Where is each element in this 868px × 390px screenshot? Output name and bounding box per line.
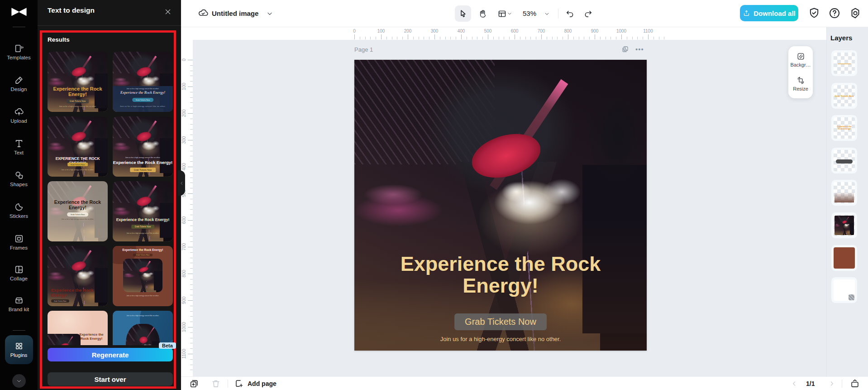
- download-icon: [743, 10, 750, 17]
- layer-gradient-overlay[interactable]: [831, 179, 858, 206]
- zoom-level[interactable]: 53%: [523, 10, 536, 17]
- panel-collapse-handle[interactable]: [178, 170, 185, 196]
- horizontal-ruler: 0 100 200 300 400 500 600 700 800 900 10…: [181, 27, 826, 40]
- result-thumbnail-10[interactable]: Join us for a high-energy concert like n…: [113, 311, 173, 345]
- layer-color-fill[interactable]: [831, 245, 858, 271]
- present-fullscreen-icon[interactable]: [850, 379, 860, 389]
- results-heading: Results: [48, 36, 70, 43]
- brand-kit-icon: [14, 295, 24, 305]
- design-cta-button[interactable]: Grab Tickets Now: [454, 313, 547, 330]
- privacy-shield-icon[interactable]: [808, 7, 820, 19]
- redo-button[interactable]: [581, 5, 595, 22]
- sidebar-item-templates[interactable]: Templates: [0, 43, 38, 61]
- thumb-caption: Join us for a high-energy concert like n…: [113, 295, 173, 297]
- thumb-button: Grab Tickets Now: [131, 225, 155, 229]
- sidebar-item-text[interactable]: Text: [0, 139, 38, 156]
- result-thumbnail-5[interactable]: Experience the Rock Energy! Grab Tickets…: [48, 181, 108, 241]
- thumb-title: Experience the Rock Energy!: [48, 86, 108, 97]
- select-tool-button[interactable]: [455, 5, 471, 22]
- result-thumbnail-7[interactable]: Experience the Rock Energy! Grab Tickets…: [48, 246, 108, 306]
- duplicate-design-icon[interactable]: [189, 379, 199, 389]
- start-over-button[interactable]: Start over: [48, 372, 173, 386]
- design-subtitle-text[interactable]: Join us for a high-energy concert like n…: [354, 336, 647, 342]
- page-more-icon[interactable]: •••: [635, 46, 644, 53]
- sidebar-item-design[interactable]: Design: [0, 75, 38, 92]
- result-thumbnail-1[interactable]: Experience the Rock Energy! Grab Tickets…: [48, 52, 108, 112]
- cursor-icon: [458, 9, 468, 19]
- design-title-text[interactable]: Experience the Rock Energy!: [366, 253, 635, 297]
- layer-button-text[interactable]: Grab Tickets Now: [831, 82, 858, 109]
- thumb-title: Experience the Rock Energy!: [48, 199, 108, 210]
- layer-photo[interactable]: [831, 212, 858, 239]
- background-button[interactable]: Backgr…: [788, 52, 813, 67]
- layer-background[interactable]: [831, 277, 858, 303]
- result-thumbnail-4[interactable]: Join us for a high-energy concert like n…: [113, 116, 173, 177]
- design-icon: [14, 75, 24, 85]
- sidebar-item-brand-kit[interactable]: Brand kit: [0, 295, 38, 313]
- layer-title-text[interactable]: Experience the Rock Energy!: [831, 115, 858, 141]
- result-thumbnail-9[interactable]: Experience the Rock Energy!: [48, 311, 108, 345]
- regenerate-button[interactable]: Regenerate: [48, 348, 173, 361]
- sidebar-item-label: Templates: [7, 55, 30, 61]
- sidebar-item-stickers[interactable]: Stickers: [0, 202, 38, 219]
- sidebar-item-upload[interactable]: Upload: [0, 107, 38, 124]
- concert-photo: [48, 334, 81, 345]
- layers-panel: Layers Grab Tickets Now Experience the R…: [826, 27, 868, 376]
- settings-gear-icon[interactable]: [849, 7, 862, 19]
- sidebar-item-plugins[interactable]: Plugins: [5, 335, 33, 364]
- thumb-button: Grab Tickets Now: [133, 254, 153, 256]
- download-all-button[interactable]: Download all: [740, 5, 798, 21]
- add-page-button[interactable]: Add page: [234, 379, 277, 388]
- thumb-title: Experience the Rock Energy!: [113, 217, 173, 222]
- hand-tool-button[interactable]: [474, 5, 491, 22]
- sidebar-item-label: Stickers: [10, 213, 28, 219]
- undo-button[interactable]: [563, 5, 577, 22]
- shapes-icon: [14, 170, 24, 180]
- thumb-button: Grab Tickets Now: [67, 212, 89, 217]
- thumb-title: Experience the Rock Energy!: [113, 90, 173, 95]
- chevron-down-icon[interactable]: [266, 10, 273, 17]
- thumb-button: Grab Tickets Now: [132, 98, 154, 102]
- frames-icon: [14, 234, 24, 244]
- vertical-ruler: 0 100 200 300 400 500 600 700 800 900 10…: [181, 40, 193, 376]
- result-thumbnail-6[interactable]: Experience the Rock Energy! Grab Tickets…: [113, 181, 173, 241]
- result-thumbnail-8[interactable]: Experience the Rock Energy! Grab Tickets…: [113, 246, 173, 306]
- plugins-icon: [14, 342, 24, 351]
- prev-page-icon[interactable]: [791, 379, 801, 389]
- close-icon[interactable]: [162, 6, 173, 17]
- chevron-down-icon: [16, 378, 22, 384]
- thumb-button: Grab Tickets Now: [51, 299, 69, 303]
- thumb-title: Experience the Rock Energy!: [51, 288, 95, 298]
- help-icon[interactable]: [828, 7, 841, 19]
- cloud-save-icon: [198, 8, 209, 19]
- rail-divider: [13, 330, 25, 331]
- app-window: Templates Design Upload Text Shapes Stic…: [0, 0, 868, 390]
- thumb-title: Experience the Rock Energy!: [78, 332, 105, 341]
- templates-icon: [14, 43, 24, 53]
- delete-page-icon[interactable]: [211, 379, 221, 389]
- zoom-chevron[interactable]: [541, 5, 552, 22]
- design-page[interactable]: Experience the Rock Energy! Grab Tickets…: [354, 60, 647, 351]
- document-title[interactable]: Untitled image: [212, 10, 258, 17]
- layout-tool-button[interactable]: [494, 5, 515, 22]
- redo-icon: [583, 9, 593, 19]
- thumb-caption: Join us for a high-energy concert like n…: [48, 218, 108, 220]
- top-toolbar: Untitled image 53% Download all: [181, 0, 868, 27]
- thumb-caption: Join us for a high-energy concert like n…: [113, 88, 173, 90]
- page-label[interactable]: Page 1: [354, 46, 373, 53]
- layers-title: Layers: [830, 34, 852, 42]
- result-thumbnail-2[interactable]: Join us for a high-energy concert like n…: [113, 52, 173, 112]
- next-page-icon[interactable]: [828, 379, 838, 389]
- capcut-logo-icon[interactable]: [10, 5, 28, 19]
- sidebar-item-shapes[interactable]: Shapes: [0, 170, 38, 188]
- thumb-caption: Join us for a high-energy concert like n…: [113, 105, 173, 107]
- layer-button-shape[interactable]: [831, 147, 858, 174]
- sidebar-item-frames[interactable]: Frames: [0, 234, 38, 251]
- beta-badge: Beta: [159, 342, 176, 349]
- duplicate-page-icon[interactable]: [621, 45, 629, 53]
- layer-subtitle-text[interactable]: [831, 50, 858, 77]
- result-thumbnail-3[interactable]: EXPERIENCE THE ROCK ENERGY! Grab Tickets…: [48, 116, 108, 177]
- resize-button[interactable]: Resize: [788, 76, 813, 91]
- sidebar-item-collage[interactable]: Collage: [0, 265, 38, 282]
- rail-collapse-button[interactable]: [12, 374, 26, 388]
